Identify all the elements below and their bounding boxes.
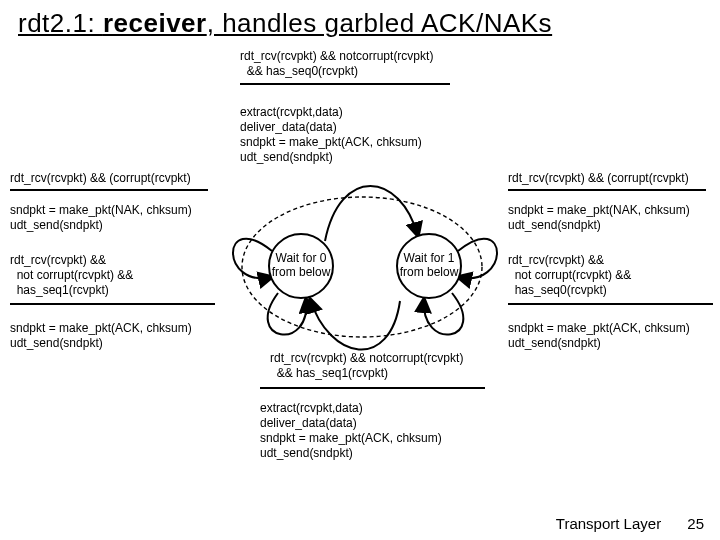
dup-event-right: rdt_rcv(rcvpkt) && not corrupt(rcvpkt) &…: [508, 253, 631, 298]
nak-action-left: sndpkt = make_pkt(NAK, chksum) udt_send(…: [10, 203, 192, 233]
state-1-label: Wait for 1 from below: [398, 252, 460, 280]
right-corrupt: rdt_rcv(rcvpkt) && (corrupt(rcvpkt): [508, 171, 689, 186]
top-action: extract(rcvpkt,data) deliver_data(data) …: [240, 105, 422, 165]
nak-action-right: sndpkt = make_pkt(NAK, chksum) udt_send(…: [508, 203, 690, 233]
title-part2: , handles garbled ACK/NAKs: [207, 8, 552, 38]
footer-label: Transport Layer: [556, 515, 661, 532]
rule-top: [240, 83, 450, 85]
rule-bottom: [260, 387, 485, 389]
ack-action-left: sndpkt = make_pkt(ACK, chksum) udt_send(…: [10, 321, 192, 351]
footer-page: 25: [687, 515, 704, 532]
slide-title: rdt2.1: receiver, handles garbled ACK/NA…: [0, 0, 720, 41]
state-0-label: Wait for 0 from below: [270, 252, 332, 280]
state-wait-0: Wait for 0 from below: [268, 233, 334, 299]
rule-right-corrupt: [508, 189, 706, 191]
fsm-diagram: Wait for 0 from below Wait for 1 from be…: [0, 41, 720, 501]
top-event: rdt_rcv(rcvpkt) && notcorrupt(rcvpkt) &&…: [240, 49, 433, 79]
rule-left-corrupt: [10, 189, 208, 191]
state-wait-1: Wait for 1 from below: [396, 233, 462, 299]
bottom-action: extract(rcvpkt,data) deliver_data(data) …: [260, 401, 442, 461]
rule-left-dup: [10, 303, 215, 305]
rule-right-dup: [508, 303, 713, 305]
title-part1: rdt2.1:: [18, 8, 103, 38]
ack-action-right: sndpkt = make_pkt(ACK, chksum) udt_send(…: [508, 321, 690, 351]
dup-event-left: rdt_rcv(rcvpkt) && not corrupt(rcvpkt) &…: [10, 253, 133, 298]
bottom-event: rdt_rcv(rcvpkt) && notcorrupt(rcvpkt) &&…: [270, 351, 463, 381]
title-receiver: receiver: [103, 8, 207, 38]
left-corrupt: rdt_rcv(rcvpkt) && (corrupt(rcvpkt): [10, 171, 191, 186]
footer: Transport Layer 25: [556, 515, 704, 532]
